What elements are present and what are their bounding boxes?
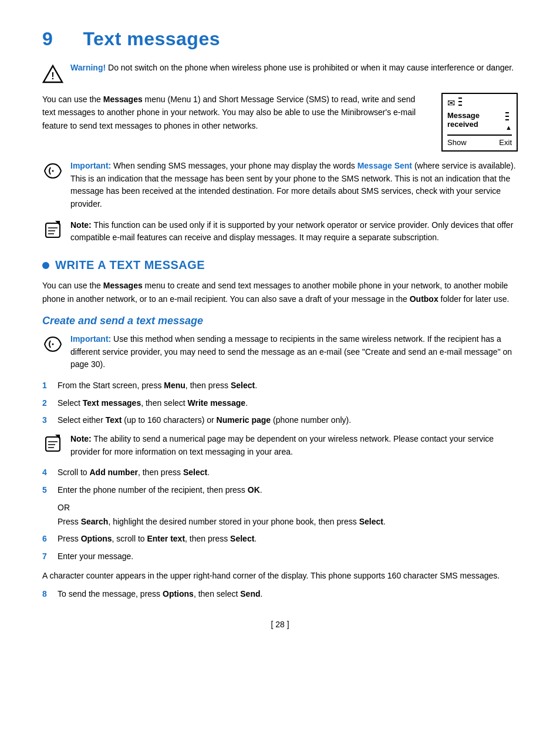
important-icon-1 [42,160,63,181]
step-num-7: 7 [42,550,53,563]
warning-box: ! Warning! Do not switch on the phone wh… [42,63,518,85]
warning-icon: ! [42,63,63,85]
important-label-1: Important: [70,161,111,170]
page-number: [ 28 ] [271,620,289,629]
intro-text: You can use the Messages menu (Menu 1) a… [42,93,427,132]
warning-label: Warning! [70,63,106,72]
step-3: 3 Select either Text (up to 160 characte… [42,414,518,427]
screen-message-label: Message [447,111,480,120]
svg-text:!: ! [51,71,54,81]
step-text-5: Enter the phone number of the recipient,… [58,484,262,497]
section-bullet-heading: WRITE A TEXT MESSAGE [42,258,518,272]
note-label-2: Note: [70,434,92,443]
chapter-heading: 9 Text messages [42,28,518,50]
note-icon-1 [42,220,63,241]
step-7: 7 Enter your message. [42,550,518,563]
step-5: 5 Enter the phone number of the recipien… [42,484,518,497]
note-label-1: Note: [70,220,92,230]
important-text-2: Important: Use this method when sending … [70,333,518,371]
note-icon-2 [42,433,63,455]
steps-list-2: 4 Scroll to Add number, then press Selec… [42,466,518,496]
step-1: 1 From the Start screen, press Menu, the… [42,379,518,392]
step-8: 8 To send the message, press Options, th… [42,588,518,601]
step-2: 2 Select Text messages, then select Writ… [42,397,518,410]
screen-message-label2: received [447,120,480,129]
bullet-dot [42,262,49,269]
press-search-text: Press Search, highlight the desired numb… [58,516,518,529]
chapter-title: Text messages [83,28,220,49]
page-footer: [ 28 ] [42,620,518,629]
step-4: 4 Scroll to Add number, then press Selec… [42,466,518,479]
step-num-3: 3 [42,414,53,427]
step-6: 6 Press Options, scroll to Enter text, t… [42,533,518,546]
step-num-4: 4 [42,466,53,479]
step-num-6: 6 [42,533,53,546]
svg-point-8 [52,343,54,345]
step-num-1: 1 [42,379,53,392]
screen-exit: Exit [499,138,512,147]
note-text-2: Note: The ability to send a numerical pa… [70,433,518,458]
svg-rect-9 [46,437,60,451]
chapter-number: 9 [42,28,77,50]
section-intro-text: You can use the Messages menu to create … [42,279,518,305]
steps-list-3: 6 Press Options, scroll to Enter text, t… [42,533,518,563]
step-text-3: Select either Text (up to 160 characters… [58,414,351,427]
steps-list-1: 1 From the Start screen, press Menu, the… [42,379,518,427]
screen-show: Show [447,138,467,147]
important-icon-2 [42,334,63,355]
subsection-heading: Create and send a text message [42,315,518,327]
step-text-8: To send the message, press Options, then… [58,588,262,601]
step-num-2: 2 [42,397,53,410]
step-text-2: Select Text messages, then select Write … [58,397,248,410]
important-box-1: Important: When sending SMS messages, yo… [42,160,518,211]
intro-section: You can use the Messages menu (Menu 1) a… [42,93,518,152]
warning-text: Warning! Do not switch on the phone when… [70,63,514,72]
svg-point-2 [52,170,54,172]
steps-list-4: 8 To send the message, press Options, th… [42,588,518,601]
char-counter-text: A character counter appears in the upper… [42,569,518,582]
important-text-1: Important: When sending SMS messages, yo… [70,160,518,211]
step-text-1: From the Start screen, press Menu, then … [58,379,257,392]
note-box-2: Note: The ability to send a numerical pa… [42,433,518,458]
step-text-4: Scroll to Add number, then press Select. [58,466,210,479]
step-num-5: 5 [42,484,53,497]
or-text: OR [58,503,518,512]
phone-screen: ✉ Message received ▲ Show [441,93,518,152]
important-label-2: Important: [70,334,111,344]
note-text-1: Note: This function can be used only if … [70,219,518,244]
warning-body: Do not switch on the phone when wireless… [108,63,514,72]
step-num-8: 8 [42,588,53,601]
important-box-2: Important: Use this method when sending … [42,333,518,371]
envelope-icon: ✉ [447,97,455,109]
screen-dashes-right [458,97,462,106]
svg-rect-3 [46,223,60,237]
step-text-7: Enter your message. [58,550,133,563]
note-box-1: Note: This function can be used only if … [42,219,518,244]
step-text-6: Press Options, scroll to Enter text, the… [58,533,257,546]
section-heading: WRITE A TEXT MESSAGE [55,258,205,272]
